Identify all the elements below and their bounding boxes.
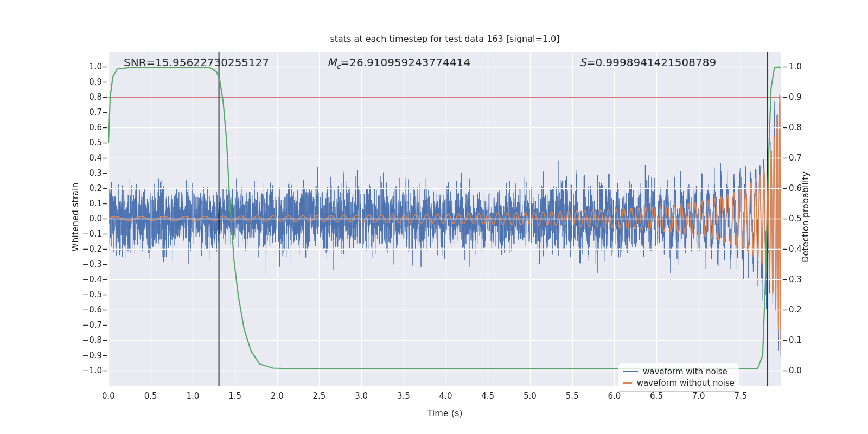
y-tick-label-left: −0.3 <box>76 259 102 270</box>
s-symbol: S <box>579 56 586 69</box>
y-tick-label-right: 0.8 <box>789 122 815 133</box>
x-tick-label: 0.5 <box>135 391 167 401</box>
y-tick-label-right: 0.7 <box>789 152 815 163</box>
mc-value: =26.910959243774414 <box>340 56 470 69</box>
y-tick-label-left: −0.9 <box>76 350 102 361</box>
legend-label: waveform with noise <box>643 367 727 376</box>
x-tick-label: 1.0 <box>176 391 209 401</box>
y-tick-label-left: 0.8 <box>76 92 102 103</box>
annotation-snr: SNR=15.95622730255127 <box>124 56 269 69</box>
x-tick-label: 6.0 <box>598 391 630 401</box>
y-tick-label-right: 0.6 <box>789 183 815 194</box>
y-tick-label-left: −0.1 <box>76 228 102 239</box>
y-tick-label-left: 0.2 <box>76 183 102 194</box>
y-tick-label-left: 0.9 <box>76 76 102 87</box>
y-tick-label-left: −0.4 <box>76 274 102 285</box>
y-tick-label-left: 0.3 <box>76 168 102 178</box>
x-tick-label: 1.5 <box>219 391 251 401</box>
x-tick-label: 4.5 <box>471 391 504 401</box>
y-tick-label-right: 0.9 <box>789 92 815 103</box>
y-tick-label-right: 0.4 <box>789 244 815 254</box>
y-tick-label-left: 0.7 <box>76 107 102 118</box>
y-tick-label-right: 0.3 <box>789 274 815 285</box>
y-tick-label-left: 0.1 <box>76 198 102 209</box>
y-tick-label-right: 0.0 <box>789 365 815 376</box>
figure: stats at each timestep for test data 163… <box>0 0 868 434</box>
y-tick-label-right: 0.2 <box>789 304 815 315</box>
y-tick-label-left: 0.4 <box>76 152 102 163</box>
x-tick-label: 2.0 <box>261 391 293 401</box>
annotation-score: S=0.9998941421508789 <box>579 56 716 69</box>
mc-symbol: M <box>327 56 336 69</box>
legend-swatch <box>623 371 638 372</box>
y-tick-label-left: −0.2 <box>76 244 102 254</box>
x-tick-label: 2.5 <box>303 391 335 401</box>
x-tick-label: 3.0 <box>345 391 378 401</box>
s-value: =0.9998941421508789 <box>586 56 716 69</box>
y-tick-label-right: 0.1 <box>789 335 815 346</box>
y-tick-label-left: 1.0 <box>76 61 102 72</box>
y-tick-label-left: −1.0 <box>76 365 102 376</box>
x-tick-label: 0.0 <box>92 391 125 401</box>
chart-title: stats at each timestep for test data 163… <box>108 34 781 44</box>
x-tick-label: 4.0 <box>430 391 462 401</box>
annotation-chirp-mass: Mc=26.910959243774414 <box>327 56 470 71</box>
legend-label: waveform without noise <box>637 378 735 388</box>
legend: waveform with noisewaveform without nois… <box>618 363 739 392</box>
legend-item: waveform with noise <box>623 366 735 377</box>
y-tick-label-left: 0.0 <box>76 213 102 224</box>
y-tick-label-left: −0.6 <box>76 304 102 315</box>
x-axis-label: Time (s) <box>108 408 781 418</box>
y-tick-label-right: 1.0 <box>789 61 815 72</box>
y-tick-label-left: −0.7 <box>76 320 102 330</box>
legend-item: waveform without noise <box>623 377 735 388</box>
y-tick-label-right: 0.5 <box>789 213 815 224</box>
x-tick-label: 7.5 <box>724 391 757 401</box>
x-tick-label: 5.5 <box>556 391 589 401</box>
y-tick-label-left: 0.6 <box>76 122 102 133</box>
x-tick-label: 3.5 <box>387 391 420 401</box>
x-tick-label: 7.0 <box>682 391 715 401</box>
x-tick-label: 6.5 <box>640 391 673 401</box>
y-tick-label-left: 0.5 <box>76 137 102 148</box>
y-tick-label-left: −0.5 <box>76 289 102 300</box>
y-tick-label-left: −0.8 <box>76 335 102 346</box>
x-tick-label: 5.0 <box>514 391 546 401</box>
legend-swatch <box>623 382 632 384</box>
